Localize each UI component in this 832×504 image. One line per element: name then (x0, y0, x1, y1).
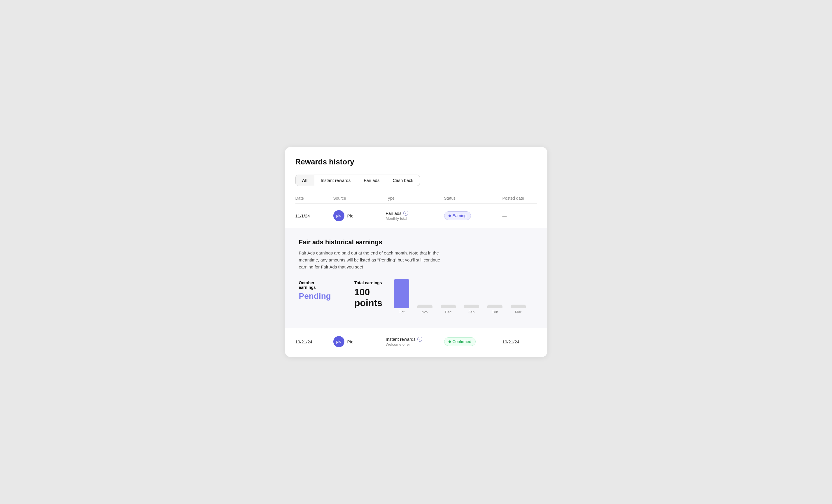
status-label-2: Confirmed (452, 339, 472, 344)
status-dot-earning (448, 215, 451, 217)
pie-logo: pie (333, 210, 344, 221)
panel-stats: October earnings Pending Total earnings … (299, 281, 382, 309)
row2-type: Instant rewards i Welcome offer (386, 337, 444, 347)
october-earnings-block: October earnings Pending (299, 281, 331, 309)
col-posted-date: Posted date (502, 196, 547, 201)
bar-group: Nov (417, 304, 433, 314)
row1-type-sub: Monthly total (386, 216, 444, 221)
status-badge-earning: Earning (444, 211, 471, 220)
tab-fair-ads[interactable]: Fair ads (357, 175, 386, 186)
col-source: Source (333, 196, 386, 201)
row1-status: Earning (444, 211, 502, 220)
tabs-container: All Instant rewards Fair ads Cash back (295, 175, 537, 186)
tab-cash-back[interactable]: Cash back (386, 175, 420, 186)
panel-content: October earnings Pending Total earnings … (299, 279, 534, 317)
status-label: Earning (452, 213, 467, 218)
row1-type: Fair ads i Monthly total (386, 211, 444, 221)
chart-bar (441, 304, 456, 308)
row1-posted: — (502, 213, 547, 218)
bar-label: Nov (421, 310, 428, 314)
status-badge-confirmed: Confirmed (444, 337, 476, 346)
pie-logo-2: pie (333, 336, 344, 347)
row2-type-label: Instant rewards (386, 337, 416, 342)
total-value: 100 points (354, 287, 382, 309)
bar-group: Feb (487, 304, 502, 314)
expanded-panel: Fair ads historical earnings Fair Ads ea… (285, 228, 547, 328)
tab-instant-rewards[interactable]: Instant rewards (314, 175, 358, 186)
chart-area: OctNovDecJanFebMar (394, 279, 534, 317)
info-icon-2[interactable]: i (417, 337, 422, 342)
bar-group: Jan (464, 304, 479, 314)
total-label: Total earnings (354, 281, 382, 285)
bar-group: Dec (441, 304, 456, 314)
bar-group: Oct (394, 279, 409, 314)
status-dot-confirmed (448, 341, 451, 343)
row2-source: pie Pie (333, 336, 386, 347)
col-status: Status (444, 196, 502, 201)
october-value: Pending (299, 292, 331, 301)
bar-label: Feb (492, 310, 498, 314)
row1-type-label: Fair ads (386, 211, 401, 216)
row2-type-sub: Welcome offer (386, 342, 444, 347)
chart-bar (464, 304, 479, 308)
row2-posted: 10/21/24 (502, 339, 547, 344)
total-earnings-block: Total earnings 100 points (354, 281, 382, 309)
bar-label: Mar (515, 310, 521, 314)
tab-all[interactable]: All (295, 175, 314, 186)
row1-source: pie Pie (333, 210, 386, 221)
bar-group: Mar (511, 304, 526, 314)
table-row: 10/21/24 pie Pie Instant rewards i Welco… (295, 328, 537, 357)
page-title: Rewards history (295, 157, 537, 166)
row2-status: Confirmed (444, 337, 502, 346)
col-date: Date (295, 196, 333, 201)
bar-label: Dec (445, 310, 451, 314)
info-icon[interactable]: i (403, 211, 408, 216)
panel-description: Fair Ads earnings are paid out at the en… (299, 249, 450, 270)
panel-title: Fair ads historical earnings (299, 238, 534, 246)
bar-label: Jan (468, 310, 474, 314)
chart-bar (394, 279, 409, 308)
october-label: October earnings (299, 281, 331, 290)
bar-label: Oct (399, 310, 405, 314)
chart-bar (511, 304, 526, 308)
row1-source-name: Pie (347, 213, 354, 218)
row1-date: 11/1/24 (295, 213, 333, 218)
chart-bar (417, 304, 433, 308)
table-row: 11/1/24 pie Pie Fair ads i Monthly total… (295, 204, 537, 228)
col-type: Type (386, 196, 444, 201)
row2-source-name: Pie (347, 339, 354, 344)
row2-date: 10/21/24 (295, 339, 333, 344)
table-header: Date Source Type Status Posted date Amou… (295, 193, 537, 204)
chart-bar (487, 304, 502, 308)
rewards-history-card: Rewards history All Instant rewards Fair… (285, 147, 547, 357)
chart-bars: OctNovDecJanFebMar (394, 279, 526, 314)
